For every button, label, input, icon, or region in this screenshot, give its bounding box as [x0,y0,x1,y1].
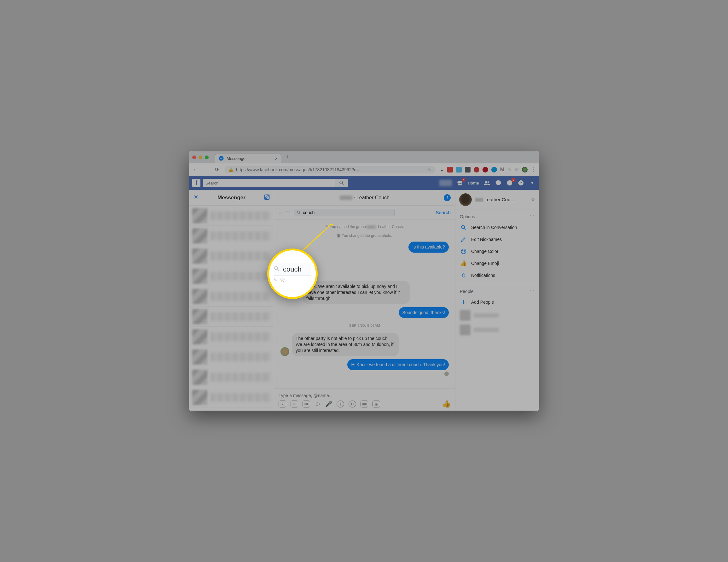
people-item[interactable] [455,323,539,337]
conversation-item[interactable] [189,266,274,287]
composer-toolbar: ▲ ☺ GIF ☺ 🎤 $ ⫾⫾ ⌨ ◉ 👍 [279,400,451,408]
facebook-topbar: f • Home 1 ? ▼ [189,176,539,190]
conversation-item[interactable] [189,367,274,387]
window-controls [192,155,209,159]
conversation-item[interactable] [189,387,274,408]
messages-area[interactable]: ✎You named the group Leather Couch. ▣You… [274,219,455,388]
payment-icon[interactable]: $ [337,401,344,408]
search-prev-button[interactable]: ︿ [279,210,283,215]
notifications-row[interactable]: Notifications [455,269,539,281]
conversation-item[interactable] [189,347,274,367]
message-outgoing[interactable]: Hi Kaci - we found a different couch. Th… [347,359,449,370]
facebook-nav-right: • Home 1 ? ▼ [439,179,536,186]
messenger-icon[interactable] [495,179,502,186]
message-incoming[interactable]: The other party is not able to pick up t… [292,333,399,356]
chat-search-box[interactable] [294,209,395,216]
conversation-item[interactable] [189,287,274,307]
extension-icon[interactable] [447,167,453,172]
reload-button[interactable]: ⟳ [214,166,220,172]
conversation-item[interactable] [189,226,274,246]
cast-icon[interactable] [465,167,471,172]
bookmark-star-icon[interactable]: ☆ [428,167,432,172]
message-incoming[interactable]: , yes. We aren't available to pick up nd… [303,281,410,304]
details-gear-icon[interactable]: ⚙ [531,196,535,202]
extension-icon[interactable] [474,167,479,172]
pinterest-icon[interactable] [482,167,488,172]
details-title: Leather Cou... [475,197,528,202]
search-in-conversation-row[interactable]: Search in Conversation [455,221,539,233]
poll-icon[interactable]: ⫾⫾ [349,401,356,408]
extension-icon[interactable]: M [500,167,504,172]
voice-icon[interactable]: 🎤 [325,401,332,408]
emoji-icon[interactable]: ☺ [315,401,321,408]
conversation-item[interactable] [189,206,274,226]
help-icon[interactable]: ? [517,179,524,186]
conversation-item[interactable] [189,246,274,266]
svg-point-10 [461,225,465,228]
close-window-button[interactable] [192,155,196,159]
address-bar[interactable]: 🔒 https://www.facebook.com/messages/t/17… [224,166,436,173]
home-link[interactable]: Home [468,181,479,185]
pencil-icon [460,236,467,242]
url-text: https://www.facebook.com/messages/t/1782… [236,167,359,172]
edit-nicknames-row[interactable]: Edit Nicknames [455,233,539,245]
sender-avatar[interactable] [280,347,289,356]
change-color-row[interactable]: Change Color [455,245,539,257]
camera-icon[interactable]: ◉ [373,401,380,408]
message-composer: ▲ ☺ GIF ☺ 🎤 $ ⫾⫾ ⌨ ◉ 👍 [274,388,455,411]
chat-info-button[interactable]: i [444,194,451,201]
games-icon[interactable]: ⌨ [361,401,368,408]
marketplace-icon[interactable]: • [456,179,463,186]
chat-search-button[interactable]: Search [436,210,451,215]
search-next-button[interactable]: ﹀ [286,210,291,215]
extension-icon[interactable]: ✎ [507,166,511,172]
group-avatar[interactable] [459,193,472,206]
conversation-item[interactable] [189,307,274,327]
chat-search-row: ︿ ﹀ Search [274,206,455,219]
thumbs-up-button[interactable]: 👍 [442,400,451,408]
extension-icon[interactable] [491,167,497,172]
messenger-body: Messenger · Leather [189,190,539,411]
sticker-icon[interactable]: ☺ [291,401,298,408]
message-outgoing[interactable]: Is this available? [408,241,449,252]
compose-button[interactable] [264,194,270,201]
browser-tabbar: Messenger × + [189,151,539,163]
thumbs-up-icon: 👍 [460,260,467,266]
people-item[interactable] [455,308,539,323]
profile-avatar-icon[interactable] [522,167,528,172]
minimize-window-button[interactable] [199,155,202,159]
tab-close-button[interactable]: × [275,156,278,161]
browser-toolbar: ← → ⟳ 🔒 https://www.facebook.com/message… [189,163,539,176]
settings-gear-icon[interactable] [193,194,199,201]
photo-icon[interactable]: ▲ [279,401,286,408]
back-button[interactable]: ← [192,167,199,172]
maximize-window-button[interactable] [205,155,209,159]
browser-menu-button[interactable]: ⋮ [531,166,536,172]
notifications-icon[interactable]: 1 [506,179,513,186]
chat-search-input[interactable] [303,210,392,215]
extension-icon[interactable] [456,167,462,172]
pocket-extension-icon[interactable]: ⌄ [440,166,444,172]
composer-input[interactable] [279,391,451,400]
profile-name-blurred[interactable] [439,180,452,186]
palette-icon [460,248,467,254]
change-emoji-row[interactable]: 👍 Change Emoji [455,257,539,269]
conversations-list[interactable] [189,206,274,411]
new-tab-button[interactable]: + [284,153,292,161]
message-outgoing[interactable]: Sounds good, thanks! [399,307,449,318]
gif-icon[interactable]: GIF [303,401,310,408]
conversation-item[interactable] [189,327,274,347]
facebook-search-button[interactable] [335,179,348,187]
friends-icon[interactable] [483,179,490,186]
facebook-search[interactable] [203,179,348,187]
dropdown-icon[interactable]: ▼ [529,179,536,186]
add-people-row[interactable]: + Add People [455,296,539,308]
people-header[interactable]: People ﹀ [455,287,539,296]
message-row: The other party is not able to pick up t… [280,333,399,356]
facebook-search-input[interactable] [203,181,335,185]
options-header[interactable]: Options ﹀ [455,212,539,221]
facebook-logo[interactable]: f [192,179,200,187]
extension-icon[interactable]: ⊞ [515,166,519,172]
browser-tab[interactable]: Messenger × [215,153,281,163]
forward-button[interactable]: → [203,167,209,172]
